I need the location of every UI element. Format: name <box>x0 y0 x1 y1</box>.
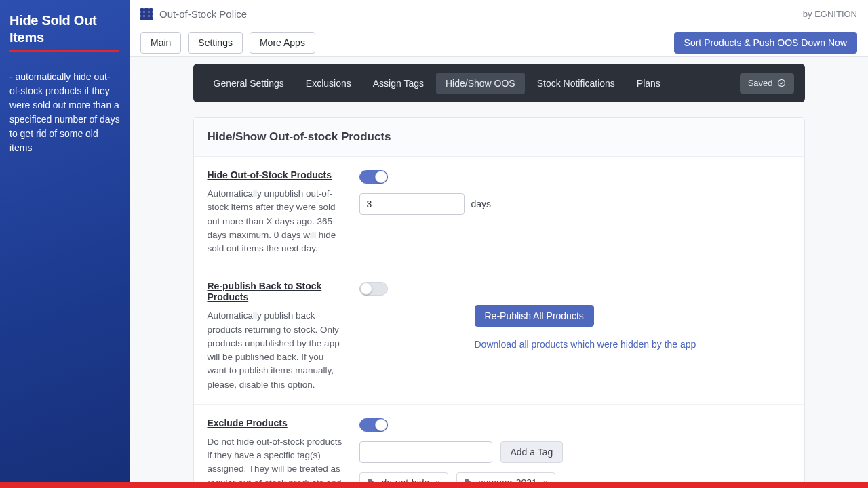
card-header: Hide/Show Out-of-stock Products <box>194 118 804 157</box>
setting-republish-desc: Automatically publish back products retu… <box>208 309 343 392</box>
tab-exclusions[interactable]: Exclusions <box>296 73 361 94</box>
tab-assign-tags[interactable]: Assign Tags <box>363 73 433 94</box>
setting-hide-oos: Hide Out-of-Stock Products Automatically… <box>194 157 804 268</box>
tab-hide-show-oos[interactable]: Hide/Show OOS <box>436 73 525 94</box>
setting-republish-title: Re-publish Back to Stock Products <box>208 281 343 302</box>
promo-title: Hide Sold Out Items <box>9 12 120 46</box>
saved-label: Saved <box>748 78 773 88</box>
promo-body: - automatically hide out-of-stock produc… <box>9 70 120 155</box>
main-button[interactable]: Main <box>140 32 181 54</box>
footer-accent <box>130 482 868 488</box>
by-line: by EGNITION <box>803 9 857 19</box>
more-apps-button[interactable]: More Apps <box>250 32 315 54</box>
toggle-hide-oos[interactable] <box>359 170 388 184</box>
app-name: Out-of-Stock Police <box>159 8 247 20</box>
setting-exclude-title: Exclude Products <box>208 418 288 428</box>
toolbar: Main Settings More Apps Sort Products & … <box>130 28 868 57</box>
tab-stock-notifications[interactable]: Stock Notifications <box>528 73 625 94</box>
download-hidden-link[interactable]: Download all products which were hidden … <box>475 339 791 350</box>
days-suffix: days <box>471 199 492 209</box>
add-tag-button[interactable]: Add a Tag <box>500 441 564 463</box>
setting-exclude-desc: Do not hide out-of-stock products if the… <box>208 435 343 488</box>
tabbar: General Settings Exclusions Assign Tags … <box>193 64 805 102</box>
promo-sidebar: Hide Sold Out Items - automatically hide… <box>0 0 130 488</box>
tag-input[interactable] <box>359 441 492 463</box>
republish-all-button[interactable]: Re-Publish All Products <box>475 305 594 327</box>
settings-button[interactable]: Settings <box>188 32 243 54</box>
tab-general-settings[interactable]: General Settings <box>204 73 294 94</box>
check-circle-icon <box>777 79 786 87</box>
toggle-republish[interactable] <box>359 282 388 296</box>
days-input[interactable] <box>359 193 465 215</box>
settings-card: Hide/Show Out-of-stock Products Hide Out… <box>193 117 805 488</box>
setting-hide-title: Hide Out-of-Stock Products <box>208 169 332 180</box>
tab-plans[interactable]: Plans <box>627 73 670 94</box>
app-logo-icon <box>140 8 153 20</box>
sort-push-button[interactable]: Sort Products & Push OOS Down Now <box>674 32 857 54</box>
saved-indicator: Saved <box>740 73 794 94</box>
setting-republish: Re-publish Back to Stock Products Automa… <box>194 268 804 405</box>
toggle-exclude[interactable] <box>359 418 388 432</box>
setting-hide-desc: Automatically unpublish out-of-stock ite… <box>208 187 343 256</box>
promo-underline <box>9 50 119 52</box>
setting-exclude: Exclude Products Do not hide out-of-stoc… <box>194 405 804 488</box>
promo-footer-accent <box>0 482 130 488</box>
topbar: Out-of-Stock Police by EGNITION <box>130 0 868 28</box>
